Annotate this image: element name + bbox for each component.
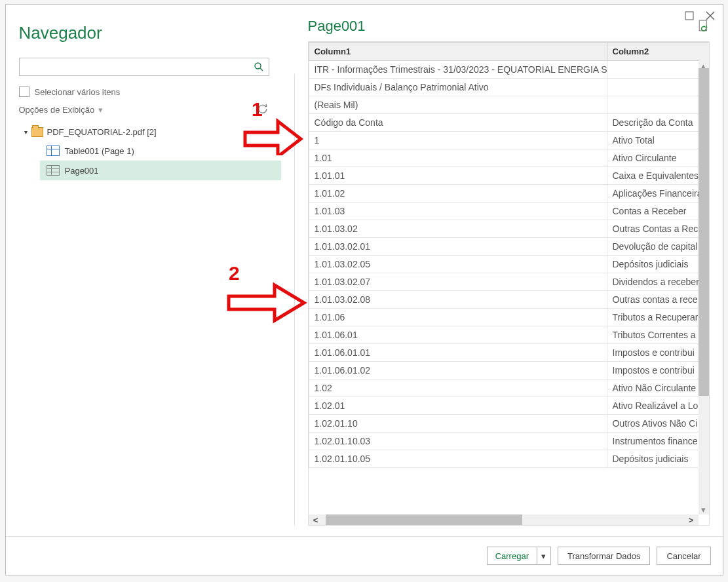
column-header[interactable]: Column1 xyxy=(309,43,607,61)
table-cell: 1.01.03.02.05 xyxy=(309,256,607,273)
tree-item-label: Table001 (Page 1) xyxy=(65,146,134,156)
table-cell: 1 xyxy=(309,132,607,149)
table-cell: Outras contas a rece xyxy=(607,291,710,309)
page-icon xyxy=(47,165,60,176)
table-row[interactable]: 1.01.06Tributos a Recuperar xyxy=(309,309,710,326)
table-cell: Aplicações Financeira xyxy=(607,185,710,203)
table-row[interactable]: 1.01.02Aplicações Financeira xyxy=(309,185,710,203)
tree-item[interactable]: Page001 xyxy=(40,161,281,180)
table-cell: Ativo Não Circulante xyxy=(607,379,710,397)
svg-line-4 xyxy=(260,68,263,71)
annotation-arrow-2: 2 xyxy=(222,260,307,326)
table-row[interactable]: (Reais Mil) xyxy=(309,96,710,114)
table-cell: Impostos e contribui xyxy=(607,344,710,362)
scroll-left-icon[interactable]: < xyxy=(309,515,323,525)
load-dropdown-caret[interactable]: ▾ xyxy=(537,547,550,564)
table-cell: Instrumentos finance xyxy=(607,433,710,450)
annotation-number-2: 2 xyxy=(229,262,240,284)
table-cell: 1.01.03.02.08 xyxy=(309,291,607,309)
table-cell: Contas a Receber xyxy=(607,203,710,220)
load-button-label[interactable]: Carregar xyxy=(488,547,537,564)
table-cell: 1.01.06.01.01 xyxy=(309,344,607,362)
column-header[interactable]: Column2 xyxy=(607,43,710,61)
table-cell: 1.02.01.10.03 xyxy=(309,433,607,450)
table-cell: Caixa e Equivalentes xyxy=(607,167,710,185)
table-cell: 1.01 xyxy=(309,149,607,167)
table-row[interactable]: 1.01.06.01.02Impostos e contribui xyxy=(309,362,710,379)
multi-select-row[interactable]: Selecionar vários itens xyxy=(19,87,281,97)
search-icon[interactable] xyxy=(249,62,269,72)
table-row[interactable]: 1.01.03Contas a Receber xyxy=(309,203,710,220)
table-cell xyxy=(607,79,710,96)
table-cell: DFs Individuais / Balanço Patrimonial At… xyxy=(309,79,607,96)
close-button[interactable] xyxy=(704,10,716,22)
load-button[interactable]: Carregar ▾ xyxy=(487,547,551,565)
table-cell: 1.02 xyxy=(309,379,607,397)
table-row[interactable]: 1Ativo Total xyxy=(309,132,710,149)
table-row[interactable]: 1.01.03.02Outras Contas a Rece xyxy=(309,220,710,238)
table-cell: Devolução de capital xyxy=(607,238,710,256)
table-row[interactable]: DFs Individuais / Balanço Patrimonial At… xyxy=(309,79,710,96)
caret-down-icon: ▾ xyxy=(98,105,103,115)
table-cell: Depósitos judiciais xyxy=(607,450,710,468)
table-row[interactable]: 1.01.01Caixa e Equivalentes xyxy=(309,167,710,185)
display-options-label: Opções de Exibição xyxy=(19,105,95,115)
table-cell: 1.01.06 xyxy=(309,309,607,326)
maximize-button[interactable] xyxy=(683,10,695,22)
table-cell: 1.01.02 xyxy=(309,185,607,203)
cancel-button[interactable]: Cancelar xyxy=(657,547,710,565)
horizontal-scrollbar[interactable]: < > xyxy=(309,514,699,525)
vertical-scrollbar[interactable]: ▴ ▾ xyxy=(699,60,709,514)
table-row[interactable]: 1.01.03.02.07Dividendos a receber xyxy=(309,273,710,291)
titlebar xyxy=(677,5,723,41)
table-row[interactable]: 1.02.01Ativo Realizável a Lo xyxy=(309,397,710,415)
table-cell xyxy=(607,96,710,114)
preview-title: Page001 xyxy=(308,18,366,35)
search-box[interactable] xyxy=(19,58,269,76)
table-cell: ITR - Informações Trimestrais - 31/03/20… xyxy=(309,61,607,79)
horizontal-scroll-thumb[interactable] xyxy=(326,514,522,525)
table-cell: Código da Conta xyxy=(309,114,607,132)
table-row[interactable]: ITR - Informações Trimestrais - 31/03/20… xyxy=(309,61,710,79)
vertical-scroll-thumb[interactable] xyxy=(699,68,709,396)
table-cell: 1.02.01.10.05 xyxy=(309,450,607,468)
table-cell: Outros Ativos Não Ci xyxy=(607,415,710,433)
annotation-number-1: 1 xyxy=(252,98,263,120)
scroll-right-icon[interactable]: > xyxy=(684,515,699,525)
table-row[interactable]: 1.02Ativo Não Circulante xyxy=(309,379,710,397)
transform-button[interactable]: Transformar Dados xyxy=(558,547,651,565)
table-row[interactable]: 1.01.03.02.05Depósitos judiciais xyxy=(309,256,710,273)
table-row[interactable]: 1.01.06.01.01Impostos e contribui xyxy=(309,344,710,362)
table-cell: 1.01.03.02 xyxy=(309,220,607,238)
table-cell: Outras Contas a Rece xyxy=(607,220,710,238)
annotation-arrow-1: 1 xyxy=(239,96,304,155)
table-cell: 1.01.06.01.02 xyxy=(309,362,607,379)
table-cell: Dividendos a receber xyxy=(607,273,710,291)
svg-rect-0 xyxy=(685,12,693,20)
multi-select-label: Selecionar vários itens xyxy=(35,87,121,97)
table-cell: 1.01.06.01 xyxy=(309,326,607,344)
search-input[interactable] xyxy=(20,62,249,72)
table-cell: (Reais Mil) xyxy=(309,96,607,114)
svg-point-3 xyxy=(255,63,261,69)
table-row[interactable]: 1.01Ativo Circulante xyxy=(309,149,710,167)
table-row[interactable]: 1.02.01.10Outros Ativos Não Ci xyxy=(309,415,710,433)
table-row[interactable]: 1.01.06.01Tributos Correntes a xyxy=(309,326,710,344)
table-cell: 1.02.01 xyxy=(309,397,607,415)
preview-panel: Page001 Column1Column2 ITR - Informações… xyxy=(308,18,710,526)
table-row[interactable]: 1.01.03.02.01Devolução de capital xyxy=(309,238,710,256)
table-row[interactable]: 1.02.01.10.03Instrumentos finance xyxy=(309,433,710,450)
preview-grid: Column1Column2 ITR - Informações Trimest… xyxy=(308,41,710,526)
table-cell: 1.01.03.02.01 xyxy=(309,238,607,256)
display-options-dropdown[interactable]: Opções de Exibição ▾ xyxy=(19,105,104,115)
tree-root-label: PDF_EQUATORIAL-2.pdf [2] xyxy=(47,127,157,137)
table-cell: Ativo Realizável a Lo xyxy=(607,397,710,415)
navigator-dialog: Navegador Selecionar vários itens Opções… xyxy=(5,4,723,575)
multi-select-checkbox[interactable] xyxy=(19,87,29,97)
scroll-down-icon[interactable]: ▾ xyxy=(699,504,709,514)
table-cell: 1.01.03 xyxy=(309,203,607,220)
table-row[interactable]: 1.01.03.02.08Outras contas a rece xyxy=(309,291,710,309)
table-row[interactable]: 1.02.01.10.05Depósitos judiciais xyxy=(309,450,710,468)
expand-icon[interactable]: ▾ xyxy=(24,128,28,136)
table-row[interactable]: Código da ContaDescrição da Conta xyxy=(309,114,710,132)
